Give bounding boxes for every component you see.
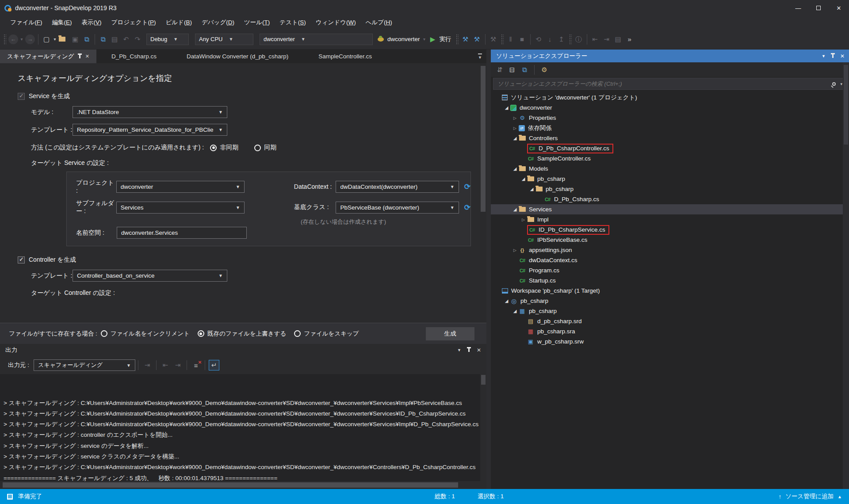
refresh-baseclass-icon[interactable]: ⟳	[464, 203, 470, 212]
output-vscrollbar[interactable]	[480, 374, 486, 481]
menu-item[interactable]: ビルド(B)	[161, 16, 196, 29]
expander-open-icon[interactable]: ◢	[503, 298, 510, 303]
tree-item[interactable]: ◢Models	[491, 164, 849, 174]
properties-wrench-button[interactable]: ⚙	[539, 66, 550, 74]
menu-item[interactable]: プロジェクト(P)	[107, 16, 161, 29]
next-message-button[interactable]: ⇥	[172, 361, 183, 369]
tree-item[interactable]: C#IPbServiceBase.cs	[491, 235, 849, 245]
controller-template-dropdown[interactable]: Controller_based_on_service▼	[73, 270, 227, 282]
expander-open-icon[interactable]: ◢	[511, 136, 519, 141]
restart-button[interactable]: ⟲	[533, 34, 544, 45]
baseclass-dropdown[interactable]: PbServiceBase (dwconverter)▼	[336, 202, 459, 214]
menu-item[interactable]: ヘルプ(H)	[361, 16, 397, 29]
step-into-button[interactable]: ↓	[544, 34, 556, 45]
tab-inactive[interactable]: SampleController.cs	[303, 50, 387, 63]
search-input[interactable]	[497, 80, 832, 87]
word-wrap-button[interactable]: ↵	[209, 360, 219, 370]
restore-button[interactable]	[808, 0, 829, 16]
output-hscrollbar[interactable]	[0, 481, 486, 489]
output-hscrollbar-thumb[interactable]	[3, 482, 458, 488]
paste-button[interactable]: ▤	[109, 34, 120, 45]
new-file-caret-icon[interactable]: ▾	[52, 34, 57, 45]
output-log[interactable]: > スキャフォールディング : C:¥Users¥Administrator¥D…	[0, 374, 486, 481]
back-caret-icon[interactable]: ▾	[19, 34, 24, 45]
pin-icon[interactable]	[79, 55, 80, 58]
subfolder-dropdown[interactable]: Services▼	[116, 202, 245, 214]
goto-message-button[interactable]: ⇥	[142, 361, 153, 369]
panel-splitter[interactable]	[486, 50, 491, 489]
tree-item[interactable]: ◢◎pb_csharp	[491, 296, 849, 306]
pin-icon[interactable]	[832, 54, 834, 58]
tree-item[interactable]: ▷⚙Properties	[491, 113, 849, 123]
close-icon[interactable]: ✕	[85, 53, 89, 59]
tab-inactive[interactable]: D_Pb_Csharp.cs	[96, 50, 172, 63]
close-icon[interactable]: ✕	[477, 347, 481, 353]
output-source-dropdown[interactable]: スキャフォールディング▼	[34, 359, 135, 371]
expander-open-icon[interactable]: ◢	[528, 187, 535, 191]
solution-scrollbar-thumb[interactable]	[844, 65, 848, 145]
output-vscrollbar-thumb[interactable]	[481, 375, 486, 385]
save-all-button[interactable]: ⧉	[81, 34, 92, 45]
build-button[interactable]: ⚒	[460, 34, 471, 45]
file-option-radio[interactable]	[198, 330, 204, 337]
stop-button[interactable]: ■	[516, 34, 528, 45]
file-option-radio[interactable]	[294, 330, 301, 337]
tree-item[interactable]: ◢pb_csharp	[491, 174, 849, 184]
chevron-down-icon[interactable]: ▼	[457, 348, 461, 352]
save-button[interactable]: ▣	[69, 34, 81, 45]
menu-item[interactable]: ウィンドウ(W)	[311, 16, 361, 29]
tree-item[interactable]: C#ID_Pb_CsharpService.cs	[491, 225, 849, 235]
tab-active[interactable]: スキャフォールディング✕	[0, 50, 96, 63]
build-solution-button[interactable]: ⚒	[488, 34, 499, 45]
tree-item[interactable]: Workspace 'pb_csharp' (1 Target)	[491, 286, 849, 296]
menu-item[interactable]: 表示(V)	[77, 16, 107, 29]
clear-output-button[interactable]: ≡	[191, 362, 201, 369]
outdent-button[interactable]: ⇤	[589, 34, 601, 45]
expander-closed-icon[interactable]: ▷	[511, 116, 519, 120]
menu-item[interactable]: ファイル(F)	[5, 16, 47, 29]
copy-button[interactable]: ⧉	[97, 34, 109, 45]
toolbar-overflow-button[interactable]: »	[624, 34, 635, 45]
toolbar-grip[interactable]	[3, 34, 6, 45]
menu-item[interactable]: テスト(S)	[275, 16, 310, 29]
debug-config-dropdown[interactable]: Debug▼	[146, 34, 189, 45]
add-to-source-control[interactable]: ↑ ソース管理に追加 ▲	[778, 493, 842, 500]
form-scrollbar-thumb[interactable]	[481, 66, 486, 212]
tree-item[interactable]: C#dwDataContext.cs	[491, 255, 849, 265]
info-button[interactable]: ⓘ	[573, 34, 585, 45]
expander-open-icon[interactable]: ◢	[511, 309, 519, 313]
expander-closed-icon[interactable]: ▷	[511, 126, 519, 130]
controller-checkbox[interactable]	[18, 256, 25, 263]
model-dropdown[interactable]: .NET DataStore▼	[73, 106, 227, 118]
tree-item[interactable]: ソリューション 'dwconverter' (1 プロジェクト)	[491, 92, 849, 103]
namespace-input[interactable]	[117, 227, 247, 239]
sync-with-editor-button[interactable]: ⇵	[494, 66, 505, 74]
solution-search-box[interactable]: ▾	[493, 78, 847, 90]
toolbar-grip[interactable]	[569, 34, 572, 45]
expander-open-icon[interactable]: ◢	[520, 176, 527, 181]
expander-closed-icon[interactable]: ▷	[520, 218, 527, 222]
close-icon[interactable]: ✕	[840, 53, 845, 59]
tree-item[interactable]: C#D_Pb_Csharp.cs	[491, 194, 849, 204]
tree-item[interactable]: ▷Impl	[491, 214, 849, 225]
tree-item[interactable]: ◢pb_csharp	[491, 184, 849, 194]
toolbar-grip[interactable]	[501, 34, 504, 45]
tree-item[interactable]: C#Program.cs	[491, 265, 849, 275]
step-out-button[interactable]: ↥	[556, 34, 567, 45]
platform-dropdown[interactable]: Any CPU▼	[195, 34, 253, 45]
pin-icon[interactable]	[468, 348, 470, 352]
method-sync-radio[interactable]	[254, 145, 261, 151]
tree-item[interactable]: C#SampleController.cs	[491, 153, 849, 164]
refresh-datacontext-icon[interactable]: ⟳	[464, 182, 470, 191]
document-list-icon[interactable]: ▼	[478, 53, 482, 60]
datacontext-dropdown[interactable]: dwDataContext(dwconverter)▼	[336, 181, 459, 193]
redo-button[interactable]: ↷	[132, 34, 143, 45]
tree-item[interactable]: ▷{}appsettings.json	[491, 245, 849, 255]
tree-item[interactable]: ▤d_pb_csharp.srd	[491, 316, 849, 326]
prev-message-button[interactable]: ⇤	[160, 361, 171, 369]
copy-path-button[interactable]: ⧉	[519, 66, 530, 74]
debug-target-caret-icon[interactable]: ▾	[422, 34, 427, 45]
tree-item[interactable]: C#D_Pb_CsharpController.cs	[491, 143, 849, 153]
pause-button[interactable]: ‖	[505, 34, 516, 45]
search-caret-icon[interactable]: ▾	[840, 82, 842, 86]
